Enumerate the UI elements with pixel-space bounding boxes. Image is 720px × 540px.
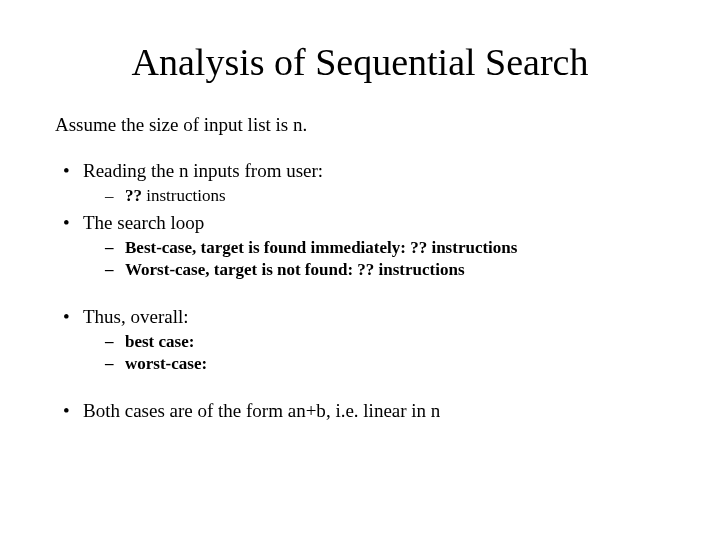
sub-text: instructions (146, 186, 225, 205)
spacer (55, 380, 665, 400)
spacer (55, 286, 665, 306)
sub-list: best case: worst-case: (83, 332, 665, 374)
bullet-text: Thus, overall: (83, 306, 189, 327)
intro-text: Assume the size of input list is n. (55, 114, 665, 136)
sub-text-bold: ?? (125, 186, 146, 205)
bullet-list: Reading the n inputs from user: ?? instr… (55, 160, 665, 422)
sub-list: ?? instructions (83, 186, 665, 206)
bullet-overall: Thus, overall: best case: worst-case: (55, 306, 665, 374)
sub-text: ?? (357, 260, 378, 279)
slide: Analysis of Sequential Search Assume the… (0, 0, 720, 540)
sub-list: Best-case, target is found immediately: … (83, 238, 665, 280)
bullet-reading-inputs: Reading the n inputs from user: ?? instr… (55, 160, 665, 206)
bullet-both-cases: Both cases are of the form an+b, i.e. li… (55, 400, 665, 422)
sub-instructions: ?? instructions (83, 186, 665, 206)
sub-overall-worst: worst-case: (83, 354, 665, 374)
bullet-text: Reading the n inputs from user: (83, 160, 323, 181)
sub-text: Worst-case, target is not found: (125, 260, 357, 279)
sub-best-case: Best-case, target is found immediately: … (83, 238, 665, 258)
sub-overall-best: best case: (83, 332, 665, 352)
bullet-text: The search loop (83, 212, 204, 233)
sub-text: ?? (410, 238, 431, 257)
bullet-search-loop: The search loop Best-case, target is fou… (55, 212, 665, 280)
sub-text: Best-case, target is found immediately: (125, 238, 410, 257)
sub-text: instructions (431, 238, 517, 257)
sub-text: instructions (379, 260, 465, 279)
sub-worst-case: Worst-case, target is not found: ?? inst… (83, 260, 665, 280)
bullet-text-b: an+b (288, 400, 326, 421)
bullet-text-c: , i.e. linear in n (326, 400, 441, 421)
slide-title: Analysis of Sequential Search (55, 40, 665, 84)
bullet-text-a: Both cases are of the form (83, 400, 288, 421)
